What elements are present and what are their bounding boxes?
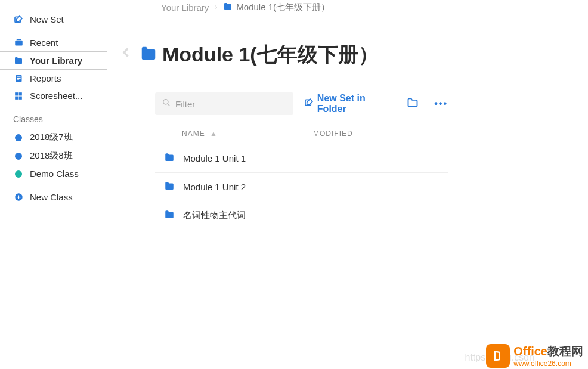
svg-rect-1 <box>15 41 23 46</box>
filter-box[interactable] <box>155 92 293 115</box>
new-folder-button[interactable] <box>407 97 419 111</box>
breadcrumb: Your Library Module 1(七年级下册） <box>161 0 448 14</box>
title-row: Module 1(七年级下册） <box>137 41 448 69</box>
class-dot-icon <box>13 134 24 141</box>
table-row[interactable]: Module 1 Unit 1 <box>155 144 448 173</box>
class-item[interactable]: 2018级7班 <box>0 128 107 147</box>
toolbar: New Set in Folder ••• <box>155 92 448 115</box>
sidebar-item-recent[interactable]: Recent <box>0 34 107 51</box>
watermark-brand: Office教程网 www.office26.com <box>486 343 583 368</box>
folder-icon <box>13 56 24 66</box>
folder-icon <box>164 209 175 222</box>
back-icon[interactable] <box>120 44 132 66</box>
sidebar-label: Recent <box>30 38 58 48</box>
class-item[interactable]: 2018级8班 <box>0 147 107 165</box>
chevron-right-icon <box>213 2 218 13</box>
more-menu-icon[interactable]: ••• <box>434 98 448 109</box>
recent-icon <box>13 38 24 47</box>
folder-icon <box>164 181 175 193</box>
breadcrumb-current[interactable]: Module 1(七年级下册） <box>236 2 330 13</box>
search-icon <box>162 98 171 109</box>
filter-input[interactable] <box>175 99 286 109</box>
class-item[interactable]: Demo Class <box>0 165 107 182</box>
main-area: Your Library Module 1(七年级下册） Module 1(七年… <box>107 0 460 369</box>
new-class-button[interactable]: New Class <box>0 188 107 206</box>
sidebar-item-reports[interactable]: Reports <box>0 70 107 87</box>
svg-point-12 <box>163 100 168 104</box>
svg-rect-6 <box>17 79 19 80</box>
class-dot-icon <box>13 170 24 178</box>
reports-icon <box>13 74 24 83</box>
new-class-label: New Class <box>30 192 73 202</box>
class-name: Demo Class <box>30 169 79 179</box>
folder-icon <box>140 45 157 65</box>
folder-table: NAME ▲ MODIFIED Module 1 Unit 1 Module 1… <box>155 126 448 230</box>
folder-icon <box>223 2 233 13</box>
new-set-button[interactable]: New Set <box>0 11 107 28</box>
new-set-in-folder-button[interactable]: New Set in Folder <box>304 93 394 114</box>
class-dot-icon <box>13 153 24 160</box>
svg-rect-9 <box>15 96 18 99</box>
sidebar-item-library[interactable]: Your Library <box>0 51 107 70</box>
grid-icon <box>13 92 24 100</box>
svg-rect-10 <box>19 96 22 99</box>
class-name: 2018级7班 <box>30 132 73 143</box>
sidebar: New Set Recent Your Library Reports Scor… <box>0 0 107 369</box>
new-set-icon <box>13 15 24 24</box>
sidebar-label: Your Library <box>30 55 82 66</box>
table-header: NAME ▲ MODIFIED <box>155 126 448 144</box>
classes-heading: Classes <box>0 110 107 128</box>
sidebar-label: Reports <box>30 73 61 83</box>
breadcrumb-root[interactable]: Your Library <box>161 2 209 13</box>
row-name: 名词性物主代词 <box>183 210 246 221</box>
brand-badge-icon <box>486 344 510 368</box>
row-name: Module 1 Unit 2 <box>183 182 246 192</box>
folder-icon <box>164 152 175 165</box>
svg-rect-8 <box>19 92 22 95</box>
svg-rect-4 <box>17 76 20 77</box>
row-name: Module 1 Unit 1 <box>183 153 246 163</box>
class-name: 2018级8班 <box>30 150 73 162</box>
plus-circle-icon <box>13 193 24 201</box>
table-row[interactable]: Module 1 Unit 2 <box>155 173 448 201</box>
new-set-icon <box>304 98 314 110</box>
column-name[interactable]: NAME ▲ <box>182 129 313 138</box>
new-set-in-folder-label: New Set in Folder <box>317 93 394 114</box>
new-set-label: New Set <box>30 14 64 24</box>
column-modified[interactable]: MODIFIED <box>313 129 353 138</box>
table-row[interactable]: 名词性物主代词 <box>155 201 448 230</box>
svg-rect-5 <box>17 78 20 79</box>
sort-asc-icon: ▲ <box>210 129 218 138</box>
svg-rect-2 <box>16 39 21 40</box>
page-title: Module 1(七年级下册） <box>162 41 379 69</box>
svg-rect-7 <box>15 92 18 95</box>
sidebar-item-scoresheet[interactable]: Scoresheet... <box>0 87 107 104</box>
sidebar-label: Scoresheet... <box>30 91 82 101</box>
